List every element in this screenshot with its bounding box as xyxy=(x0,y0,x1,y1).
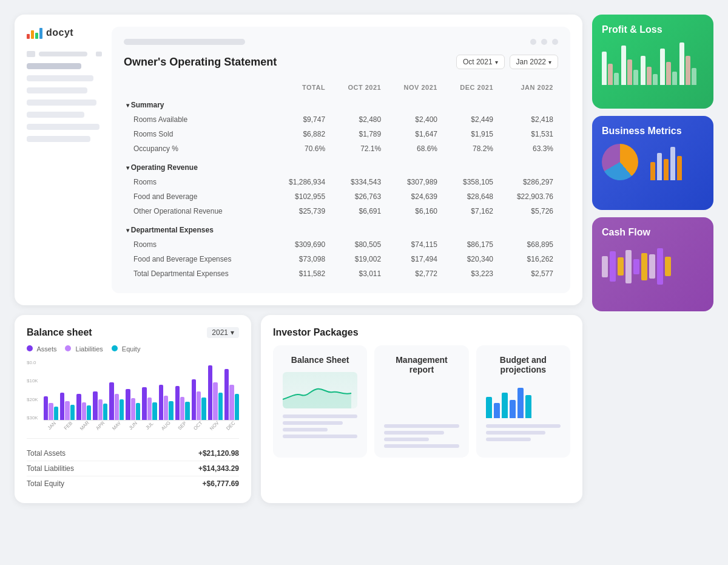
bs-title: Balance sheet xyxy=(27,327,92,338)
bar-assets xyxy=(175,386,180,420)
pkg-mr-title: Management report xyxy=(384,355,459,374)
bs-legend: Assets Liabilities Equity xyxy=(27,345,239,353)
col-jan: JAN 2022 xyxy=(498,81,558,93)
table-row: Rooms Available $9,747 $2,480 $2,400 $2,… xyxy=(124,112,558,127)
pkg-bs-chart xyxy=(283,372,357,408)
bar-liabilities xyxy=(180,397,184,420)
bar-group-9 xyxy=(192,379,206,421)
pkg-budget-projections[interactable]: Budget and projections xyxy=(476,345,570,458)
bar-assets xyxy=(76,394,81,420)
bar-assets xyxy=(60,393,64,420)
table-row: Total Departmental Expenses $11,582 $3,0… xyxy=(124,266,558,281)
nav-item-5[interactable] xyxy=(27,112,84,118)
bm-title: Business Metrics xyxy=(602,126,704,137)
statement-table: TOTAL OCT 2021 NOV 2021 DEC 2021 JAN 202… xyxy=(124,81,558,281)
bar-assets xyxy=(93,391,97,420)
pkg-balance-sheet[interactable]: Balance Sheet xyxy=(273,345,367,458)
main-container: docyt xyxy=(0,0,728,518)
pkg-bp-title: Budget and projections xyxy=(486,355,561,374)
total-row: Total Assets +$21,120.98 xyxy=(27,446,239,461)
bar-group-10 xyxy=(208,365,223,420)
top-icons xyxy=(530,39,558,45)
bar-group-0 xyxy=(44,396,58,420)
bar-equity xyxy=(120,399,124,420)
section-row-departmental-expenses: Departmental Expenses xyxy=(124,218,558,237)
bar-liabilities xyxy=(49,403,53,420)
nav-item-4[interactable] xyxy=(27,100,96,106)
bar-liabilities xyxy=(115,394,119,420)
cash-flow-card[interactable]: Cash Flow xyxy=(592,217,713,311)
bar-equity xyxy=(218,393,223,420)
nav-item-7[interactable] xyxy=(27,136,90,142)
bar-liabilities xyxy=(98,399,103,420)
legend-equity: Equity xyxy=(112,345,141,353)
icon-3[interactable] xyxy=(552,39,558,45)
icon-2[interactable] xyxy=(541,39,547,45)
bar-liabilities xyxy=(131,398,135,420)
table-row: Rooms $309,690 $80,505 $74,115 $86,175 $… xyxy=(124,237,558,252)
bar-assets xyxy=(44,396,48,420)
bs-chart: $30K $20K $10K $0.0 xyxy=(27,360,239,428)
icon-1[interactable] xyxy=(530,39,536,45)
statement-header: Owner's Operating Statement Oct 2021 Jan… xyxy=(124,55,558,69)
bar-assets xyxy=(192,379,196,421)
total-label: Total Equity xyxy=(27,479,64,488)
main-card: docyt xyxy=(15,15,582,305)
date-from-btn[interactable]: Oct 2021 xyxy=(456,55,505,69)
card-inner: docyt xyxy=(27,27,570,293)
date-filters: Oct 2021 Jan 2022 xyxy=(456,55,558,69)
pkg-management-report[interactable]: Management report xyxy=(374,345,468,458)
nav-item-1[interactable] xyxy=(27,63,81,69)
bs-totals: Total Assets +$21,120.98 Total Liabiliti… xyxy=(27,438,239,491)
right-sidebar: Profit & Loss xyxy=(592,15,713,503)
pkg-mr-chart xyxy=(384,382,459,418)
bar-group-7 xyxy=(159,385,174,421)
table-row: Occupancy % 70.6% 72.1% 68.6% 78.2% 63.3… xyxy=(124,141,558,156)
profit-loss-card[interactable]: Profit & Loss xyxy=(592,15,713,109)
table-row: Rooms Sold $6,882 $1,789 $1,647 $1,915 $… xyxy=(124,127,558,141)
col-oct: OCT 2021 xyxy=(330,81,386,93)
bar-group-11 xyxy=(224,369,239,420)
bs-chart-labels: JANFEBMARAPRMAYJUNJULAUGSEPOCTNOVDEC xyxy=(44,423,239,428)
bar-assets xyxy=(159,385,163,421)
investor-title: Investor Packages xyxy=(273,327,570,338)
year-filter[interactable]: 2021 ▾ xyxy=(207,327,239,338)
bar-assets xyxy=(109,382,113,420)
table-row: Other Operational Revenue $25,739 $6,691… xyxy=(124,204,558,218)
nav-item-3[interactable] xyxy=(27,87,87,93)
pkg-bs-title: Balance Sheet xyxy=(283,355,357,365)
bar-equity xyxy=(70,405,75,420)
app-logo: docyt xyxy=(27,27,102,39)
bs-header: Balance sheet 2021 ▾ xyxy=(27,327,239,345)
col-nov: NOV 2021 xyxy=(386,81,442,93)
bar-equity xyxy=(87,405,91,420)
date-to-btn[interactable]: Jan 2022 xyxy=(510,55,558,69)
nav-item-2[interactable] xyxy=(27,75,93,81)
statement-title: Owner's Operating Statement xyxy=(124,56,277,69)
bottom-section: Balance sheet 2021 ▾ Assets Liabilities xyxy=(15,315,582,503)
table-row: Food and Beverage $102,955 $26,763 $24,6… xyxy=(124,189,558,204)
table-row: Food and Beverage Expenses $73,098 $19,0… xyxy=(124,252,558,266)
cf-chart xyxy=(602,245,704,288)
table-row: Rooms $1,286,934 $334,543 $307,989 $358,… xyxy=(124,175,558,189)
investor-card: Investor Packages Balance Sheet xyxy=(261,315,582,503)
nav-item-6[interactable] xyxy=(27,124,99,130)
bm-chart xyxy=(602,144,704,180)
bar-assets xyxy=(224,369,229,420)
bar-liabilities xyxy=(229,385,234,421)
bar-equity xyxy=(235,394,239,420)
bar-equity xyxy=(185,402,189,420)
search-bar[interactable] xyxy=(124,39,245,45)
balance-sheet-card: Balance sheet 2021 ▾ Assets Liabilities xyxy=(15,315,251,503)
pl-title: Profit & Loss xyxy=(602,24,704,35)
bar-group-5 xyxy=(126,389,140,420)
bar-assets xyxy=(208,365,212,420)
section-row-summary: Summary xyxy=(124,93,558,112)
logo-icon xyxy=(27,27,42,39)
legend-assets: Assets xyxy=(27,345,56,353)
pl-chart xyxy=(602,42,704,85)
total-value: +$6,777.69 xyxy=(203,479,239,488)
business-metrics-card[interactable]: Business Metrics xyxy=(592,116,713,210)
bar-assets xyxy=(126,389,130,420)
bar-group-4 xyxy=(109,382,124,420)
